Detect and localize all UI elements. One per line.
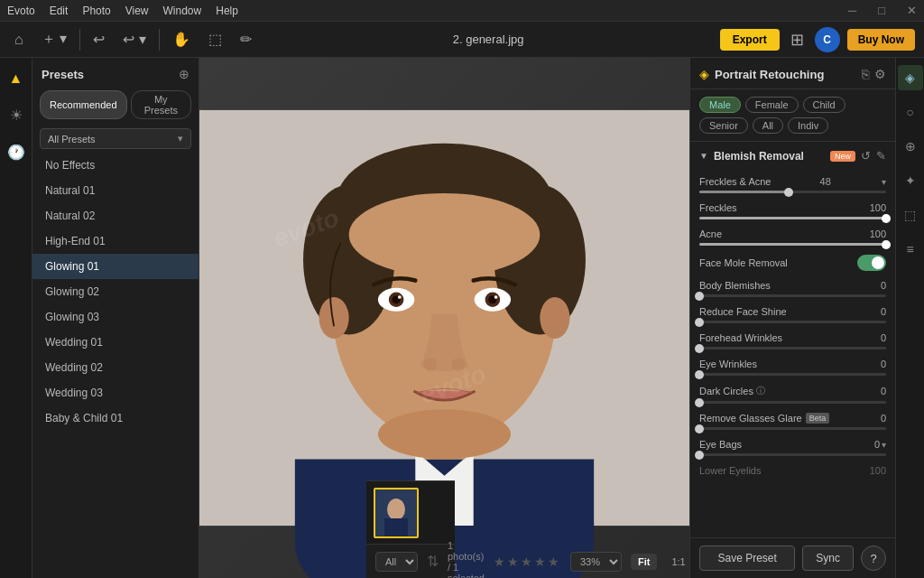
add-preset-icon[interactable]: ⊕ [179, 67, 189, 81]
face-mole-toggle[interactable] [857, 255, 886, 271]
export-button[interactable]: Export [720, 29, 780, 51]
redo-btn[interactable]: ↩ ▾ [117, 27, 151, 51]
presets-panel: Presets ⊕ Recommended My Presets All Pre… [32, 58, 199, 578]
presets-filter[interactable]: All Presets ▾ [40, 128, 191, 149]
list-item[interactable]: Wedding 01 [32, 330, 199, 355]
toolbar: ⌂ ＋ ▾ ↩ ↩ ▾ ✋ ⬚ ✏ 2. general.jpg Export … [0, 22, 924, 58]
slider-dark-circles: Dark Circles ⓘ 0 [690, 380, 895, 408]
list-item[interactable]: Natural 02 [32, 203, 199, 228]
left-icon-bar: ▲ ☀ 🕐 [0, 58, 32, 578]
list-item[interactable]: Natural 01 [32, 178, 199, 203]
one-to-one-button[interactable]: 1:1 [666, 554, 689, 570]
camera-tool-icon[interactable]: ⬚ [898, 202, 923, 228]
filter-chevron-icon: ▾ [178, 133, 183, 144]
film-thumb-1[interactable] [374, 488, 419, 538]
slider-acne: Acne 100 [690, 224, 895, 250]
avatar[interactable]: C [815, 27, 840, 52]
photo-info: 1 photo(s) / 1 selected [448, 540, 485, 579]
maximize-btn[interactable]: □ [878, 4, 885, 17]
filter-select[interactable]: All [375, 552, 418, 572]
list-item[interactable]: Wedding 02 [32, 355, 199, 380]
tag-child[interactable]: Child [803, 97, 845, 113]
history-icon[interactable]: 🕐 [4, 140, 29, 164]
home-icon[interactable]: ⌂ [9, 28, 29, 51]
enhance-tool-icon[interactable]: ✦ [898, 168, 923, 193]
adjust-icon[interactable]: ☀ [6, 103, 26, 127]
list-item[interactable]: Baby & Child 01 [32, 406, 199, 431]
tag-male[interactable]: Male [699, 97, 741, 113]
retouching-panel: ◈ Portrait Retouching ⎘ ⚙ Male Female Ch… [690, 58, 895, 578]
zoom-select[interactable]: 33% [570, 552, 622, 572]
acne-slider[interactable] [699, 243, 886, 246]
star-rating[interactable]: ★★★★★ [494, 555, 561, 569]
settings-icon[interactable]: ⚙ [874, 67, 886, 81]
menu-view[interactable]: View [125, 5, 149, 17]
list-item-glowing01[interactable]: Glowing 01 [32, 254, 199, 279]
minimize-btn[interactable]: ─ [848, 4, 856, 17]
sliders-area: Freckles & Acne 48 ▾ Freckles 100 [690, 168, 895, 537]
menu-help[interactable]: Help [216, 5, 238, 17]
close-btn[interactable]: ✕ [907, 4, 917, 17]
right-panel: ◈ Portrait Retouching ⎘ ⚙ Male Female Ch… [689, 58, 924, 578]
list-item[interactable]: High-End 01 [32, 228, 199, 254]
sync-button[interactable]: Sync [802, 545, 854, 571]
tag-indiv[interactable]: Indiv [788, 117, 828, 134]
menu-window[interactable]: Window [163, 5, 202, 17]
forehead-wrinkles-slider[interactable] [699, 347, 886, 350]
dark-circles-slider[interactable] [699, 401, 886, 404]
list-item[interactable]: Wedding 03 [32, 380, 199, 406]
circle-tool-icon[interactable]: ○ [898, 99, 923, 125]
undo-btn[interactable]: ↩ [88, 27, 110, 51]
shirt-tool-icon[interactable]: ⊕ [898, 134, 923, 159]
crop-tool[interactable]: ⬚ [203, 27, 227, 51]
glasses-glare-slider[interactable] [699, 427, 886, 430]
svg-rect-26 [384, 518, 408, 536]
list-item[interactable]: Glowing 02 [32, 279, 199, 304]
presets-icon[interactable]: ▲ [5, 67, 27, 90]
tab-my-presets[interactable]: My Presets [131, 90, 191, 119]
svg-point-14 [398, 295, 402, 299]
copy-settings-icon[interactable]: ⎘ [862, 67, 869, 81]
blemish-title: Blemish Removal [714, 150, 825, 163]
tab-recommended[interactable]: Recommended [40, 90, 127, 119]
save-preset-button[interactable]: Save Preset [699, 545, 795, 571]
eye-bags-slider[interactable] [699, 453, 886, 456]
presets-tabs: Recommended My Presets [32, 87, 199, 125]
tag-all[interactable]: All [753, 117, 783, 134]
slider-eye-bags: Eye Bags 0 ▾ [690, 434, 895, 461]
menu-evoto[interactable]: Evoto [7, 5, 35, 17]
presets-header: Presets ⊕ [32, 58, 199, 87]
eye-wrinkles-slider[interactable] [699, 373, 886, 376]
face-shine-slider[interactable] [699, 321, 886, 323]
collapse-arrow-icon[interactable]: ▼ [699, 151, 708, 161]
add-btn[interactable]: ＋ ▾ [36, 26, 72, 52]
reset-icon[interactable]: ↺ [861, 149, 871, 163]
edit-icon[interactable]: ✎ [876, 149, 886, 163]
slider-eye-wrinkles: Eye Wrinkles 0 [690, 354, 895, 380]
filmstrip [366, 480, 455, 544]
hand-tool[interactable]: ✋ [167, 27, 196, 51]
expand-icon[interactable]: ▾ [882, 177, 886, 187]
freckles-acne-slider[interactable] [699, 191, 886, 193]
brush-tool[interactable]: ✏ [235, 27, 257, 51]
body-blemishes-slider[interactable] [699, 294, 886, 297]
layers-tool-icon[interactable]: ≡ [898, 237, 923, 262]
svg-point-19 [423, 358, 437, 371]
help-button[interactable]: ? [861, 545, 886, 571]
portrait-tool-icon[interactable]: ◈ [898, 65, 923, 90]
buy-now-button[interactable]: Buy Now [847, 29, 915, 51]
list-item[interactable]: Glowing 03 [32, 304, 199, 330]
sort-icon[interactable]: ⇅ [427, 553, 439, 570]
menu-photo[interactable]: Photo [82, 5, 110, 17]
slider-freckles-acne: Freckles & Acne 48 ▾ [690, 172, 895, 198]
slider-glasses-glare: Remove Glasses Glare Beta 0 [690, 408, 895, 434]
expand-eye-bags-icon[interactable]: ▾ [882, 440, 886, 450]
export-options-icon[interactable]: ⊞ [787, 26, 808, 53]
menu-edit[interactable]: Edit [50, 5, 69, 17]
tag-senior[interactable]: Senior [699, 117, 748, 134]
list-item[interactable]: No Effects [32, 153, 199, 178]
freckles-slider[interactable] [699, 217, 886, 219]
tag-female[interactable]: Female [745, 97, 799, 113]
fit-button[interactable]: Fit [631, 554, 657, 570]
info-icon[interactable]: ⓘ [756, 385, 765, 397]
